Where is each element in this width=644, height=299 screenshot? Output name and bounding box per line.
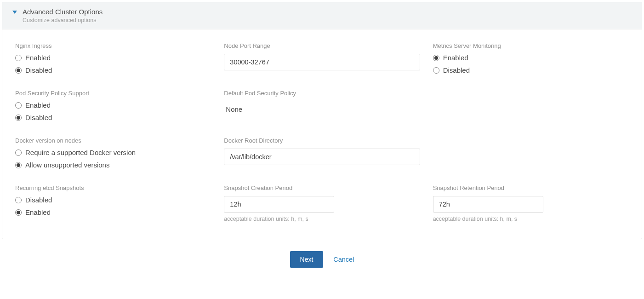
docker-version-radio-group: Require a supported Docker version Allow… [15, 149, 211, 169]
docker-root-directory-label: Docker Root Directory [224, 137, 420, 144]
snapshot-creation-period-input[interactable] [224, 196, 334, 213]
etcd-snapshots-enabled-radio[interactable]: Enabled [15, 208, 211, 216]
docker-root-directory-input[interactable] [224, 149, 420, 165]
node-port-range-input[interactable] [224, 54, 420, 70]
disclosure-triangle-icon [12, 11, 17, 14]
radio-icon [15, 197, 22, 203]
metrics-server-radio-group: Enabled Disabled [433, 54, 629, 74]
radio-icon [433, 55, 439, 61]
next-button[interactable]: Next [290, 251, 324, 268]
radio-icon [15, 67, 22, 74]
radio-label: Disabled [443, 66, 470, 74]
radio-label: Enabled [25, 101, 51, 109]
metrics-server-label: Metrics Server Monitoring [433, 42, 629, 49]
default-pod-security-policy-label: Default Pod Security Policy [224, 90, 420, 97]
radio-icon [15, 209, 22, 216]
snapshot-retention-period-help: acceptable duration units: h, m, s [433, 216, 629, 222]
panel-subtitle: Customize advanced options [23, 17, 633, 23]
footer-actions: Next Cancel [0, 241, 644, 273]
radio-icon [15, 55, 22, 61]
node-port-range-label: Node Port Range [224, 42, 420, 49]
radio-icon [15, 162, 22, 168]
nginx-ingress-disabled-radio[interactable]: Disabled [15, 66, 211, 74]
etcd-snapshots-disabled-radio[interactable]: Disabled [15, 196, 211, 204]
radio-icon [433, 67, 439, 74]
docker-version-allow-radio[interactable]: Allow unsupported versions [15, 161, 211, 169]
radio-icon [15, 102, 22, 109]
advanced-cluster-options-panel: Advanced Cluster Options Customize advan… [2, 2, 642, 239]
panel-title: Advanced Cluster Options [23, 8, 633, 16]
radio-label: Enabled [443, 54, 468, 62]
nginx-ingress-label: Nginx Ingress [15, 42, 211, 49]
snapshot-creation-period-label: Snapshot Creation Period [224, 184, 420, 191]
radio-label: Require a supported Docker version [25, 149, 136, 156]
radio-label: Enabled [25, 208, 51, 216]
pod-security-policy-radio-group: Enabled Disabled [15, 101, 211, 121]
radio-label: Disabled [25, 196, 52, 204]
cancel-button[interactable]: Cancel [333, 256, 354, 263]
docker-version-label: Docker version on nodes [15, 137, 211, 144]
snapshot-creation-period-help: acceptable duration units: h, m, s [224, 216, 420, 222]
radio-icon [15, 150, 22, 156]
snapshot-retention-period-input[interactable] [433, 196, 543, 213]
pod-security-policy-label: Pod Security Policy Support [15, 90, 211, 97]
radio-label: Enabled [25, 54, 51, 62]
pod-security-policy-disabled-radio[interactable]: Disabled [15, 114, 211, 121]
panel-body: Nginx Ingress Enabled Disabled Node Port… [2, 29, 642, 239]
default-pod-security-policy-value: None [224, 101, 420, 117]
radio-icon [15, 115, 22, 121]
metrics-server-enabled-radio[interactable]: Enabled [433, 54, 629, 62]
nginx-ingress-enabled-radio[interactable]: Enabled [15, 54, 211, 62]
etcd-snapshots-radio-group: Disabled Enabled [15, 196, 211, 216]
radio-label: Disabled [25, 66, 52, 74]
metrics-server-disabled-radio[interactable]: Disabled [433, 66, 629, 74]
nginx-ingress-radio-group: Enabled Disabled [15, 54, 211, 74]
panel-header[interactable]: Advanced Cluster Options Customize advan… [2, 2, 642, 29]
etcd-snapshots-label: Recurring etcd Snapshots [15, 184, 211, 191]
pod-security-policy-enabled-radio[interactable]: Enabled [15, 101, 211, 109]
radio-label: Allow unsupported versions [25, 161, 109, 169]
snapshot-retention-period-label: Snapshot Retention Period [433, 184, 629, 191]
radio-label: Disabled [25, 114, 52, 121]
docker-version-require-radio[interactable]: Require a supported Docker version [15, 149, 211, 156]
